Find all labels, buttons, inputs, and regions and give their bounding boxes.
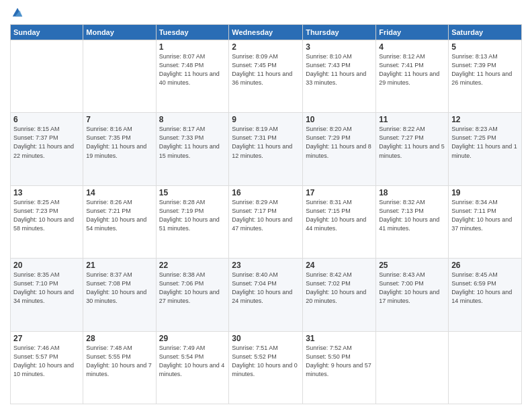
- calendar-cell: 20Sunrise: 8:35 AM Sunset: 7:10 PM Dayli…: [11, 259, 83, 331]
- day-info: Sunrise: 8:20 AM Sunset: 7:29 PM Dayligh…: [306, 125, 373, 160]
- day-number: 26: [451, 261, 519, 270]
- header: [10, 7, 522, 19]
- day-info: Sunrise: 8:31 AM Sunset: 7:15 PM Dayligh…: [306, 198, 373, 233]
- week-row-4: 20Sunrise: 8:35 AM Sunset: 7:10 PM Dayli…: [11, 259, 522, 331]
- calendar-cell: 25Sunrise: 8:43 AM Sunset: 7:00 PM Dayli…: [376, 259, 449, 331]
- calendar-cell: 19Sunrise: 8:34 AM Sunset: 7:11 PM Dayli…: [449, 185, 522, 258]
- day-number: 4: [379, 42, 445, 52]
- day-number: 25: [379, 261, 445, 270]
- column-header-wednesday: Wednesday: [229, 25, 303, 40]
- column-header-saturday: Saturday: [449, 25, 522, 40]
- day-number: 13: [13, 188, 80, 197]
- week-row-5: 27Sunrise: 7:46 AM Sunset: 5:57 PM Dayli…: [11, 331, 522, 404]
- calendar-cell: 16Sunrise: 8:29 AM Sunset: 7:17 PM Dayli…: [229, 185, 303, 258]
- day-number: 10: [306, 115, 373, 124]
- calendar-cell: 1Sunrise: 8:07 AM Sunset: 7:48 PM Daylig…: [156, 40, 229, 113]
- calendar-cell: 11Sunrise: 8:22 AM Sunset: 7:27 PM Dayli…: [376, 113, 449, 185]
- day-info: Sunrise: 8:26 AM Sunset: 7:21 PM Dayligh…: [86, 198, 152, 233]
- day-number: 27: [13, 334, 80, 343]
- calendar-cell: 13Sunrise: 8:25 AM Sunset: 7:23 PM Dayli…: [11, 185, 83, 258]
- day-number: 5: [451, 42, 519, 52]
- day-info: Sunrise: 8:38 AM Sunset: 7:06 PM Dayligh…: [159, 271, 226, 306]
- day-info: Sunrise: 7:48 AM Sunset: 5:55 PM Dayligh…: [86, 344, 152, 379]
- calendar-cell: 23Sunrise: 8:40 AM Sunset: 7:04 PM Dayli…: [229, 259, 303, 331]
- week-row-1: 1Sunrise: 8:07 AM Sunset: 7:48 PM Daylig…: [11, 40, 522, 113]
- week-row-2: 6Sunrise: 8:15 AM Sunset: 7:37 PM Daylig…: [11, 113, 522, 185]
- day-number: 2: [232, 42, 300, 52]
- day-info: Sunrise: 7:49 AM Sunset: 5:54 PM Dayligh…: [159, 344, 226, 379]
- day-info: Sunrise: 8:16 AM Sunset: 7:35 PM Dayligh…: [86, 125, 152, 160]
- day-number: 23: [232, 261, 300, 270]
- day-number: 21: [86, 261, 152, 270]
- calendar-cell: 12Sunrise: 8:23 AM Sunset: 7:25 PM Dayli…: [449, 113, 522, 185]
- day-number: 20: [13, 261, 80, 270]
- day-number: 29: [159, 334, 226, 343]
- day-info: Sunrise: 8:37 AM Sunset: 7:08 PM Dayligh…: [86, 271, 152, 306]
- calendar-cell: 27Sunrise: 7:46 AM Sunset: 5:57 PM Dayli…: [11, 331, 83, 404]
- calendar-cell: 30Sunrise: 7:51 AM Sunset: 5:52 PM Dayli…: [229, 331, 303, 404]
- day-info: Sunrise: 8:07 AM Sunset: 7:48 PM Dayligh…: [159, 52, 226, 87]
- calendar-cell: 26Sunrise: 8:45 AM Sunset: 6:59 PM Dayli…: [449, 259, 522, 331]
- calendar-cell: 2Sunrise: 8:09 AM Sunset: 7:45 PM Daylig…: [229, 40, 303, 113]
- day-info: Sunrise: 8:13 AM Sunset: 7:39 PM Dayligh…: [451, 52, 519, 87]
- logo: [10, 7, 24, 19]
- day-number: 18: [379, 188, 445, 197]
- day-number: 24: [306, 261, 373, 270]
- day-number: 31: [306, 334, 373, 343]
- day-number: 8: [159, 115, 226, 124]
- week-row-3: 13Sunrise: 8:25 AM Sunset: 7:23 PM Dayli…: [11, 185, 522, 258]
- calendar-cell: 31Sunrise: 7:52 AM Sunset: 5:50 PM Dayli…: [303, 331, 376, 404]
- calendar-cell: 28Sunrise: 7:48 AM Sunset: 5:55 PM Dayli…: [83, 331, 156, 404]
- day-info: Sunrise: 8:43 AM Sunset: 7:00 PM Dayligh…: [379, 271, 445, 306]
- day-info: Sunrise: 8:25 AM Sunset: 7:23 PM Dayligh…: [13, 198, 80, 233]
- calendar-table: SundayMondayTuesdayWednesdayThursdayFrid…: [10, 24, 522, 404]
- day-info: Sunrise: 8:40 AM Sunset: 7:04 PM Dayligh…: [232, 271, 300, 306]
- day-info: Sunrise: 8:29 AM Sunset: 7:17 PM Dayligh…: [232, 198, 300, 233]
- day-info: Sunrise: 8:45 AM Sunset: 6:59 PM Dayligh…: [451, 271, 519, 306]
- day-info: Sunrise: 8:23 AM Sunset: 7:25 PM Dayligh…: [451, 125, 519, 160]
- calendar-cell: 3Sunrise: 8:10 AM Sunset: 7:43 PM Daylig…: [303, 40, 376, 113]
- day-number: 16: [232, 188, 300, 197]
- calendar-cell: 15Sunrise: 8:28 AM Sunset: 7:19 PM Dayli…: [156, 185, 229, 258]
- day-info: Sunrise: 8:15 AM Sunset: 7:37 PM Dayligh…: [13, 125, 80, 160]
- day-number: 11: [379, 115, 445, 124]
- day-number: 30: [232, 334, 300, 343]
- calendar-cell: 18Sunrise: 8:32 AM Sunset: 7:13 PM Dayli…: [376, 185, 449, 258]
- day-info: Sunrise: 8:19 AM Sunset: 7:31 PM Dayligh…: [232, 125, 300, 160]
- day-info: Sunrise: 8:34 AM Sunset: 7:11 PM Dayligh…: [451, 198, 519, 233]
- day-info: Sunrise: 8:42 AM Sunset: 7:02 PM Dayligh…: [306, 271, 373, 306]
- day-info: Sunrise: 7:51 AM Sunset: 5:52 PM Dayligh…: [232, 344, 300, 379]
- day-info: Sunrise: 7:46 AM Sunset: 5:57 PM Dayligh…: [13, 344, 80, 379]
- day-number: 15: [159, 188, 226, 197]
- day-info: Sunrise: 8:12 AM Sunset: 7:41 PM Dayligh…: [379, 52, 445, 87]
- logo-icon: [11, 7, 24, 19]
- day-info: Sunrise: 8:09 AM Sunset: 7:45 PM Dayligh…: [232, 52, 300, 87]
- column-header-tuesday: Tuesday: [156, 25, 229, 40]
- calendar-cell: 24Sunrise: 8:42 AM Sunset: 7:02 PM Dayli…: [303, 259, 376, 331]
- day-info: Sunrise: 8:32 AM Sunset: 7:13 PM Dayligh…: [379, 198, 445, 233]
- calendar-cell: 21Sunrise: 8:37 AM Sunset: 7:08 PM Dayli…: [83, 259, 156, 331]
- day-info: Sunrise: 8:17 AM Sunset: 7:33 PM Dayligh…: [159, 125, 226, 160]
- day-number: 14: [86, 188, 152, 197]
- column-header-thursday: Thursday: [303, 25, 376, 40]
- day-info: Sunrise: 8:10 AM Sunset: 7:43 PM Dayligh…: [306, 52, 373, 87]
- calendar-cell: [83, 40, 156, 113]
- header-row: SundayMondayTuesdayWednesdayThursdayFrid…: [11, 25, 522, 40]
- day-number: 1: [159, 42, 226, 52]
- day-info: Sunrise: 8:35 AM Sunset: 7:10 PM Dayligh…: [13, 271, 80, 306]
- calendar-body: 1Sunrise: 8:07 AM Sunset: 7:48 PM Daylig…: [11, 40, 522, 404]
- calendar-cell: 29Sunrise: 7:49 AM Sunset: 5:54 PM Dayli…: [156, 331, 229, 404]
- column-header-monday: Monday: [83, 25, 156, 40]
- column-header-friday: Friday: [376, 25, 449, 40]
- calendar-cell: 17Sunrise: 8:31 AM Sunset: 7:15 PM Dayli…: [303, 185, 376, 258]
- calendar-page: SundayMondayTuesdayWednesdayThursdayFrid…: [0, 0, 532, 411]
- day-number: 6: [13, 115, 80, 124]
- calendar-cell: [449, 331, 522, 404]
- day-number: 12: [451, 115, 519, 124]
- calendar-cell: 22Sunrise: 8:38 AM Sunset: 7:06 PM Dayli…: [156, 259, 229, 331]
- day-number: 22: [159, 261, 226, 270]
- day-number: 7: [86, 115, 152, 124]
- calendar-cell: 4Sunrise: 8:12 AM Sunset: 7:41 PM Daylig…: [376, 40, 449, 113]
- calendar-cell: 7Sunrise: 8:16 AM Sunset: 7:35 PM Daylig…: [83, 113, 156, 185]
- column-header-sunday: Sunday: [11, 25, 83, 40]
